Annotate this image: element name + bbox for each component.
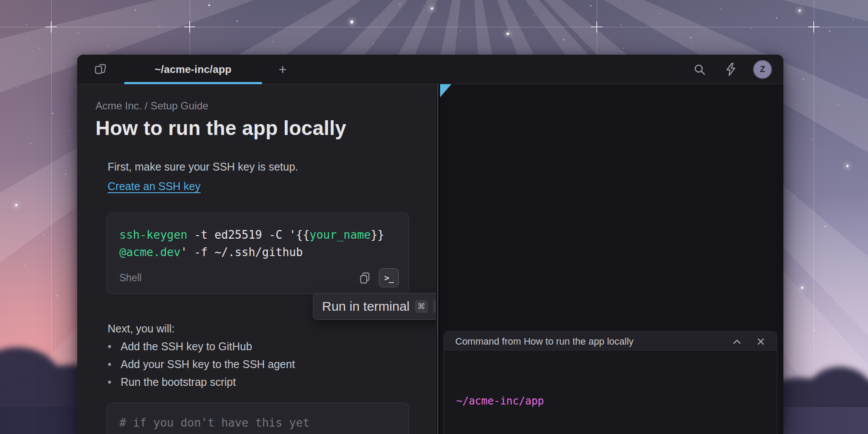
star	[350, 20, 353, 23]
grid-cross	[184, 21, 195, 33]
star	[65, 174, 66, 175]
star	[563, 39, 564, 40]
tab-title: ~/acme-inc/app	[155, 63, 232, 76]
next-heading: Next, you will:	[108, 322, 174, 335]
code-block-bootstrap[interactable]: # if you don't have this yet brew instal…	[107, 403, 409, 434]
grid-line	[0, 27, 868, 27]
star	[52, 113, 53, 114]
star	[15, 204, 17, 206]
star	[460, 30, 461, 31]
star	[814, 330, 815, 331]
terminal-cwd: ~/acme-inc/app	[456, 393, 765, 409]
star	[17, 87, 18, 88]
command-panel-title: Command from How to run the app locally	[455, 336, 634, 347]
star	[399, 3, 401, 5]
grid-cross	[591, 21, 602, 33]
new-tab-button[interactable]: +	[276, 60, 289, 79]
code-line-partial: brew install node	[119, 431, 396, 434]
code-block-ssh-keygen[interactable]: ssh-keygen -t ed25519 -C '{{your_name}} …	[107, 213, 409, 294]
star	[304, 13, 305, 14]
star	[158, 26, 159, 27]
active-pane-corner-indicator	[440, 84, 451, 97]
terminal-pane[interactable]: Command from How to run the app locally	[440, 84, 783, 434]
grid-cross	[46, 21, 57, 33]
star	[846, 165, 848, 167]
star	[623, 48, 624, 49]
return-key-icon: ↩	[433, 300, 436, 313]
code-block-footer: Shell >_	[119, 268, 399, 287]
doc-pane: Acme Inc. / Setup Guide How to run the a…	[77, 84, 436, 434]
star	[30, 143, 31, 144]
command-panel: Command from How to run the app locally	[444, 331, 777, 434]
terminal-output[interactable]: ~/acme-inc/app ssh-keygen -t ed25519 -C …	[444, 352, 777, 434]
star	[373, 43, 374, 44]
collapse-icon[interactable]	[730, 336, 744, 347]
copy-icon[interactable]	[356, 269, 374, 287]
star	[690, 37, 691, 38]
star	[534, 15, 535, 16]
star	[56, 295, 58, 296]
star	[660, 13, 661, 14]
list-item: •Run the bootstrap script	[108, 376, 295, 394]
breadcrumb: Acme Inc. / Setup Guide	[95, 100, 208, 112]
pane-divider[interactable]	[436, 84, 440, 434]
star	[621, 24, 621, 25]
star	[812, 139, 812, 140]
intro-text: First, make sure your SSH key is setup.	[108, 161, 298, 173]
star	[838, 104, 838, 105]
list-item: •Add the SSH key to GitHub	[108, 340, 295, 358]
page-title: How to run the app locally	[95, 116, 346, 140]
star	[803, 78, 804, 79]
star	[794, 195, 795, 196]
star	[799, 10, 801, 12]
star	[506, 33, 509, 35]
create-ssh-key-link[interactable]: Create an SSH key	[108, 180, 201, 193]
grid-line	[814, 0, 814, 434]
pages-icon[interactable]	[91, 60, 111, 79]
star	[43, 234, 44, 235]
star	[431, 7, 433, 10]
star	[135, 10, 136, 11]
tab-bar-right: Z	[690, 60, 783, 79]
star	[835, 304, 836, 305]
star	[825, 226, 826, 227]
run-in-terminal-tooltip: Run in terminal ⌘ ↩	[313, 293, 436, 320]
close-icon[interactable]	[754, 335, 767, 348]
tab-acme-inc-app[interactable]: ~/acme-inc/app	[124, 55, 262, 84]
star	[776, 17, 777, 19]
tab-bar: ~/acme-inc/app + Z	[77, 55, 783, 84]
cmd-key-icon: ⌘	[415, 300, 428, 313]
star	[720, 9, 721, 10]
code-line: ssh-keygen -t ed25519 -C '{{your_name}}	[119, 226, 396, 243]
star	[24, 265, 25, 266]
language-label: Shell	[119, 272, 141, 284]
star	[851, 260, 852, 261]
star	[26, 24, 27, 25]
bullet-list: •Add the SSH key to GitHub•Add your SSH …	[108, 340, 295, 394]
grid-cross	[808, 21, 819, 33]
tooltip-label: Run in terminal	[322, 299, 410, 314]
app-window: ~/acme-inc/app + Z Acme Inc. / Setup Gui…	[77, 55, 783, 434]
star	[751, 28, 752, 29]
content-split: Acme Inc. / Setup Guide How to run the a…	[77, 84, 783, 434]
star	[829, 30, 830, 32]
tab-bar-left	[77, 60, 124, 79]
code-line: @acme.dev' -f ~/.ssh/github	[119, 243, 396, 261]
star	[208, 4, 210, 6]
run-in-terminal-button[interactable]: >_	[379, 268, 399, 287]
bolt-icon[interactable]	[722, 60, 740, 79]
star	[69, 130, 70, 131]
star	[853, 20, 854, 20]
code-line: # if you don't have this yet	[119, 414, 396, 431]
list-item: •Add your SSH key to the SSH agent	[108, 358, 295, 376]
command-panel-header: Command from How to run the app locally	[444, 332, 777, 352]
star	[108, 46, 109, 46]
star	[273, 41, 273, 42]
star	[78, 33, 79, 33]
avatar[interactable]: Z	[753, 60, 772, 79]
star	[39, 48, 40, 49]
search-icon[interactable]	[690, 60, 709, 79]
star	[801, 286, 803, 289]
star	[237, 20, 238, 22]
star	[590, 5, 592, 7]
